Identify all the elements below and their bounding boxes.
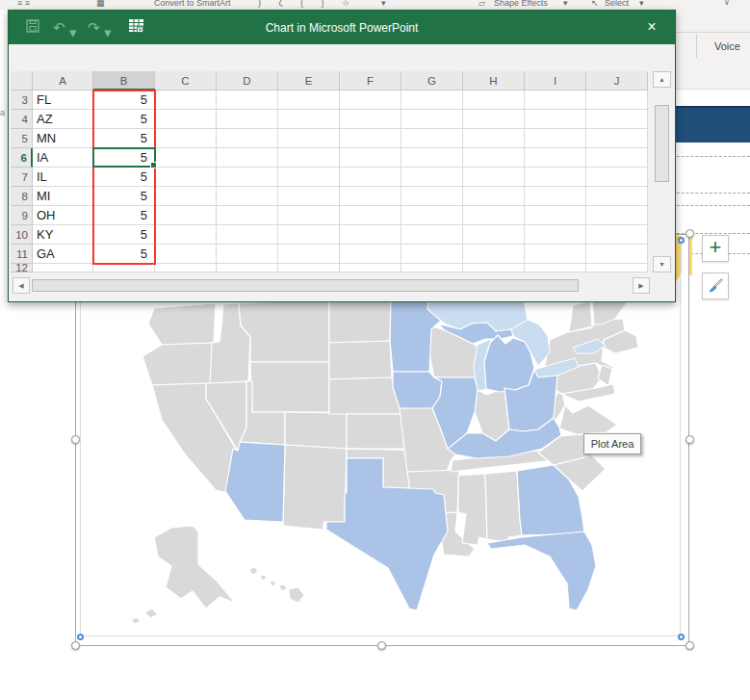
cell-b4[interactable]: 5	[93, 110, 155, 129]
cell[interactable]	[463, 168, 525, 187]
cell[interactable]	[525, 264, 586, 272]
cell[interactable]	[340, 187, 401, 206]
selection-handle-bottom[interactable]	[377, 641, 386, 650]
cell[interactable]	[463, 110, 525, 129]
cell[interactable]	[217, 91, 278, 110]
cell[interactable]	[217, 245, 278, 264]
chart-styles-button[interactable]	[702, 272, 729, 299]
cell-a11[interactable]: GA	[33, 245, 93, 264]
cell-b10[interactable]: 5	[93, 225, 155, 245]
cell[interactable]	[463, 91, 525, 110]
column-header-g[interactable]: G	[401, 71, 463, 91]
cell[interactable]	[217, 148, 278, 168]
row-header[interactable]: 7	[11, 168, 33, 187]
cell[interactable]	[525, 206, 586, 225]
scroll-up-button[interactable]: ▲	[653, 71, 671, 88]
cell-b6-active[interactable]: 5	[93, 148, 155, 168]
row-header[interactable]: 12	[11, 264, 33, 272]
cell[interactable]	[586, 225, 648, 245]
cell[interactable]	[586, 129, 648, 148]
column-header-e[interactable]: E	[278, 71, 340, 91]
selection-handle-top-right[interactable]	[685, 229, 694, 238]
cell[interactable]	[155, 187, 217, 206]
cell-a5[interactable]: MN	[33, 129, 93, 148]
column-header-f[interactable]: F	[340, 71, 401, 91]
cell[interactable]	[463, 129, 525, 148]
selection-handle-bottom-left[interactable]	[71, 641, 80, 650]
cell[interactable]	[278, 264, 340, 272]
cell[interactable]	[463, 187, 525, 206]
row-header[interactable]: 3	[11, 91, 33, 110]
column-header-j[interactable]: J	[586, 71, 648, 91]
cell[interactable]	[217, 110, 278, 129]
cell[interactable]	[525, 187, 586, 206]
cell[interactable]	[586, 168, 648, 187]
cell[interactable]	[278, 129, 340, 148]
chart-elements-button[interactable]: +	[702, 235, 729, 262]
cell[interactable]	[401, 245, 463, 264]
cell[interactable]	[155, 245, 217, 264]
selection-handle-right[interactable]	[685, 435, 694, 444]
cell[interactable]	[340, 206, 401, 225]
cell[interactable]	[340, 168, 401, 187]
cell-a4[interactable]: AZ	[33, 110, 93, 129]
cell[interactable]	[340, 91, 401, 110]
row-header[interactable]: 11	[11, 245, 33, 264]
cell-b8[interactable]: 5	[93, 187, 155, 206]
cell[interactable]	[217, 129, 278, 148]
cell[interactable]	[463, 206, 525, 225]
cell[interactable]	[340, 110, 401, 129]
select-all-corner[interactable]	[11, 71, 33, 91]
cell[interactable]	[278, 225, 340, 245]
cell[interactable]	[33, 264, 93, 272]
cell[interactable]	[155, 129, 217, 148]
cell[interactable]	[525, 168, 586, 187]
cell[interactable]	[155, 91, 217, 110]
cell[interactable]	[401, 264, 463, 272]
cell[interactable]	[155, 206, 217, 225]
column-header-i[interactable]: I	[525, 71, 586, 91]
cell[interactable]	[340, 225, 401, 245]
close-button[interactable]: ×	[640, 16, 663, 38]
cell[interactable]	[340, 148, 401, 168]
cell[interactable]	[278, 110, 340, 129]
cell[interactable]	[586, 110, 648, 129]
plot-handle[interactable]	[678, 237, 685, 244]
cell[interactable]	[155, 148, 217, 168]
cell[interactable]	[586, 187, 648, 206]
row-header-active[interactable]: 6	[11, 148, 33, 168]
cell[interactable]	[586, 91, 648, 110]
cell[interactable]	[401, 148, 463, 168]
cell-a3[interactable]: FL	[33, 91, 93, 110]
cell[interactable]	[463, 264, 525, 272]
cell-a7[interactable]: IL	[33, 168, 93, 187]
horizontal-scrollbar-thumb[interactable]	[32, 279, 579, 292]
row-header[interactable]: 9	[11, 206, 33, 225]
window-titlebar[interactable]: ↶ ▾ ↷ ▾ Chart in Microsoft PowerPoint ×	[9, 11, 675, 44]
cell[interactable]	[463, 148, 525, 168]
cell[interactable]	[525, 225, 586, 245]
column-header-b[interactable]: B	[93, 71, 155, 91]
cell[interactable]	[586, 148, 648, 168]
column-header-h[interactable]: H	[463, 71, 525, 91]
cell[interactable]	[93, 264, 155, 272]
cell[interactable]	[586, 264, 648, 272]
chart-data-window[interactable]: ↶ ▾ ↷ ▾ Chart in Microsoft PowerPoint × …	[8, 10, 676, 302]
cell[interactable]	[217, 264, 278, 272]
cell[interactable]	[525, 91, 586, 110]
column-header-a[interactable]: A	[33, 71, 93, 91]
cell[interactable]	[340, 264, 401, 272]
cell[interactable]	[340, 129, 401, 148]
cell[interactable]	[155, 168, 217, 187]
cell[interactable]	[340, 245, 401, 264]
plot-handle[interactable]	[77, 634, 84, 640]
cell[interactable]	[401, 206, 463, 225]
cell[interactable]	[586, 206, 648, 225]
cell[interactable]	[525, 148, 586, 168]
cell[interactable]	[155, 264, 217, 272]
row-header[interactable]: 10	[11, 225, 33, 245]
column-header-d[interactable]: D	[217, 71, 278, 91]
cell[interactable]	[278, 245, 340, 264]
cell[interactable]	[586, 245, 648, 264]
cell[interactable]	[401, 129, 463, 148]
